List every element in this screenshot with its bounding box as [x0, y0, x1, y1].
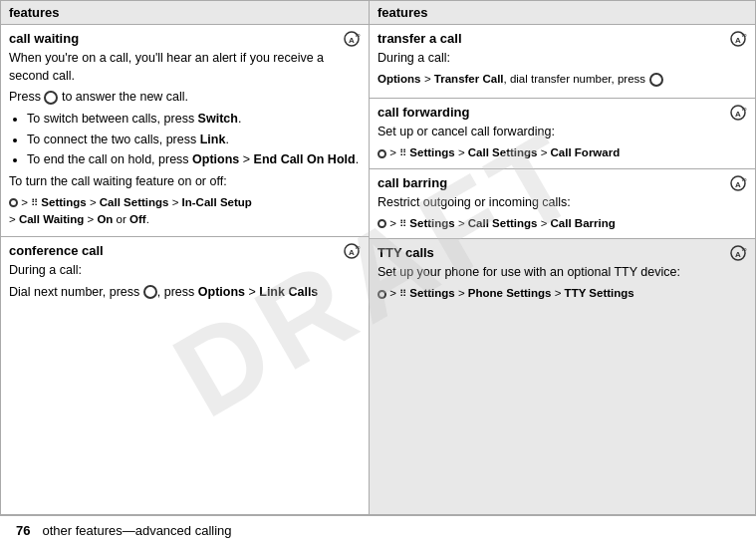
left-header: features — [1, 1, 369, 25]
call-waiting-icon: A to — [341, 30, 363, 52]
call-forwarding-icon: A to — [727, 104, 749, 126]
transfer-call-body: During a call: Options > Transfer Call, … — [378, 49, 747, 88]
svg-text:A: A — [349, 36, 355, 45]
right-column: features A to transfer a call During a c… — [369, 0, 756, 515]
page-number: 76 — [16, 523, 30, 538]
page-footer: 76 other features—advanced calling — [0, 515, 756, 545]
footer-text: other features—advanced calling — [42, 523, 231, 538]
call-forwarding-section: A to call forwarding Set up or cancel ca… — [370, 99, 755, 168]
tty-calls-icon: A to — [727, 244, 749, 266]
svg-text:A: A — [349, 248, 355, 257]
transfer-call-icon: A to — [727, 30, 749, 52]
svg-text:A: A — [735, 180, 741, 189]
svg-text:to: to — [741, 106, 747, 112]
svg-text:to: to — [741, 32, 747, 38]
call-barring-icon: A to — [727, 174, 749, 196]
tty-calls-title: TTY calls — [378, 245, 747, 260]
svg-text:to: to — [355, 244, 361, 250]
call-waiting-title: call waiting — [9, 31, 361, 46]
tty-calls-body: Set up your phone for use with an option… — [378, 263, 747, 281]
svg-text:to: to — [741, 246, 747, 252]
call-barring-nav: > ⠿ Settings > Call Settings > Call Barr… — [378, 215, 747, 232]
right-header: features — [370, 1, 755, 25]
svg-text:to: to — [741, 176, 747, 182]
svg-text:to: to — [355, 32, 361, 38]
left-column: features A to call waiting When you're o… — [0, 0, 369, 515]
conference-call-icon: A to — [341, 242, 363, 264]
call-barring-title: call barring — [378, 175, 747, 190]
call-forwarding-body: Set up or cancel call forwarding: — [378, 123, 747, 140]
main-content: features A to call waiting When you're o… — [0, 0, 756, 515]
page-container: DRAFT features A to call waiting When yo… — [0, 0, 756, 545]
conference-call-body: During a call: Dial next number, press ,… — [9, 261, 361, 300]
call-waiting-section: A to call waiting When you're on a call,… — [1, 25, 369, 237]
call-barring-body: Restrict outgoing or incoming calls: — [378, 193, 747, 211]
call-waiting-body: When you're on a call, you'll hear an al… — [9, 49, 361, 106]
svg-text:A: A — [735, 250, 741, 259]
tty-calls-section: A to TTY calls Set up your phone for use… — [370, 239, 755, 514]
call-forwarding-title: call forwarding — [378, 105, 747, 120]
call-forwarding-nav: > ⠿ Settings > Call Settings > Call Forw… — [378, 144, 747, 161]
conference-call-title: conference call — [9, 243, 361, 258]
conference-call-section: A to conference call During a call: Dial… — [1, 237, 369, 310]
call-barring-section: A to call barring Restrict outgoing or i… — [370, 169, 755, 239]
svg-text:A: A — [735, 36, 741, 45]
call-waiting-footer: To turn the call waiting feature on or o… — [9, 172, 361, 190]
transfer-call-title: transfer a call — [378, 31, 747, 46]
svg-text:A: A — [735, 110, 741, 119]
call-waiting-nav: > ⠿ Settings > Call Settings > In-Call S… — [9, 194, 361, 229]
call-waiting-bullets: To switch between calls, press Switch. T… — [27, 110, 361, 167]
transfer-call-section: A to transfer a call During a call: Opti… — [370, 25, 755, 99]
tty-calls-nav: > ⠿ Settings > Phone Settings > TTY Sett… — [378, 285, 747, 302]
